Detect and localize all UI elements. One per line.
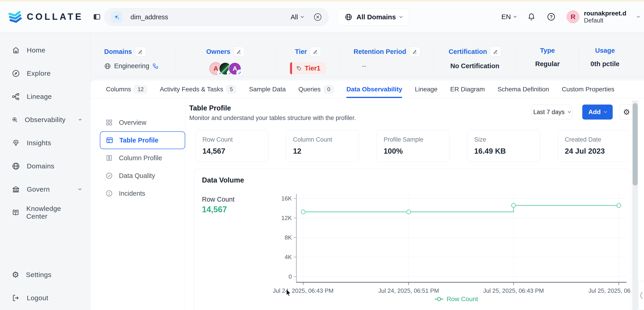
profiler-settings-button[interactable]: ⚙ [619,105,634,119]
time-range-dropdown[interactable]: Last 7 days [532,105,572,119]
user-workspace: Default [584,17,626,24]
notifications-bell-icon[interactable] [527,13,536,21]
data-volume-chart: 04K8K12K16KJul 24, 2025, 06:43 PMJul 24,… [194,189,631,310]
profile-stats-row: Row Count14,567Column Count12Profile Sam… [196,130,631,162]
subnav-item-incidents[interactable]: Incidents [100,185,185,202]
edit-domains-button[interactable] [135,47,146,56]
domain-filter-dropdown[interactable]: All Domains [338,9,409,26]
meta-tier: Tier Tier1 [276,43,340,76]
edit-owners-button[interactable] [234,47,244,56]
svg-text:4K: 4K [284,254,292,260]
tab-count-badge: 5 [226,85,236,93]
edit-retention-button[interactable] [409,47,420,56]
meta-domains: Domains Engineering [104,43,175,76]
subnav-item-column-profile[interactable]: Column Profile [100,149,185,167]
sidebar-item-lineage[interactable]: Lineage [0,85,90,108]
retention-label: Retention Period [354,48,406,55]
global-search[interactable]: dim_address All [104,8,328,26]
tab-queries[interactable]: Queries0 [298,80,334,98]
svg-text:Jul 25, 2025, 06:43 PM: Jul 25, 2025, 06:43 PM [483,287,544,294]
chevron-down-icon[interactable] [637,15,640,18]
sidebar-item-home[interactable]: Home [0,39,90,62]
meta-usage: Usage 0th pctile [579,43,631,76]
owner-avatar[interactable]: A [228,62,241,75]
stat-card-profile-sample: Profile Sample100% [377,130,450,162]
chevron-down-icon [79,118,82,121]
domain-value[interactable]: Engineering [114,62,149,70]
tab-schema-definition[interactable]: Schema Definition [498,80,549,98]
sidebar-item-logout[interactable]: Logout [0,286,90,309]
owners-label: Owners [206,48,230,55]
tab-activity-feeds-tasks[interactable]: Activity Feeds & Tasks5 [160,80,236,98]
globe-icon [104,63,111,70]
sidebar-item-observability[interactable]: Observability [0,108,90,131]
chevron-down-icon [568,110,571,113]
sidebar-item-explore[interactable]: Explore [0,62,90,85]
tab-sample-data[interactable]: Sample Data [249,80,286,98]
type-label: Type [540,47,555,54]
tab-lineage[interactable]: Lineage [415,80,438,98]
page-subtitle: Monitor and understand your tables struc… [189,114,356,122]
sidebar-item-knowledge-center[interactable]: Knowledge Center [0,201,90,224]
chevron-down-icon [78,187,82,190]
user-name: rounakpreet.d [584,10,626,17]
svg-text:Jul 24, 2025, 06:51 PM: Jul 24, 2025, 06:51 PM [378,287,439,294]
svg-text:Jul 25, 2025, 06:51 PM: Jul 25, 2025, 06:51 PM [588,287,631,294]
scrollbar-thumb[interactable] [633,103,638,186]
meta-type: Type Regular [516,43,579,76]
sidebar-item-settings[interactable]: ⚙ Settings [0,263,90,286]
add-button[interactable]: Add [582,105,613,119]
tag-icon [296,65,302,71]
tab-count-badge: 0 [324,85,334,93]
certification-label: Certification [448,48,487,55]
svg-text:12K: 12K [282,215,292,221]
tab-data-observability[interactable]: Data Observability [346,80,402,98]
subdomain-link-icon[interactable] [152,63,158,69]
tab-custom-properties[interactable]: Custom Properties [562,80,614,98]
meta-certification: Certification No Certification [434,43,516,76]
user-avatar: R [566,11,579,23]
sidebar-collapse-icon[interactable] [93,13,101,21]
tab-count-badge: 12 [134,85,147,93]
sidebar-item-domains[interactable]: Domains [0,154,90,178]
user-menu[interactable]: R rounakpreet.d Default [566,10,626,24]
chevron-down-icon [604,110,607,113]
domains-label: Domains [104,48,132,55]
retention-value: -- [362,62,366,70]
edit-certification-button[interactable] [490,47,501,56]
certification-value: No Certification [450,62,500,70]
topbar: COLLATE dim_address All All Domains [0,1,644,32]
tier-tag[interactable]: Tier1 [290,62,326,74]
svg-text:16K: 16K [282,195,292,202]
help-icon[interactable]: ? [547,12,556,21]
brand[interactable]: COLLATE [8,10,83,23]
brand-name: COLLATE [27,12,83,22]
chevron-down-icon [400,15,402,18]
stat-card-column-count: Column Count12 [286,130,359,162]
language-dropdown[interactable]: EN [502,13,516,21]
svg-text:0: 0 [289,273,292,280]
data-volume-card: Data Volume Row Count 14,567 04K8K12K16K… [194,169,631,310]
meta-divider [90,77,644,77]
gear-icon: ⚙ [12,271,19,279]
subnav-item-table-profile[interactable]: Table Profile [100,131,185,149]
tier-label: Tier [295,48,307,55]
subnav-item-overview[interactable]: Overview [100,114,185,131]
page-title: Table Profile [189,104,231,112]
search-clear-icon[interactable] [314,13,322,21]
tab-er-diagram[interactable]: ER Diagram [450,80,485,98]
owner-link-icon [236,70,243,76]
search-scope-dropdown[interactable]: All [291,14,304,21]
entity-meta-row: Domains Engineering Owners A [90,43,644,76]
meta-retention: Retention Period -- [340,43,434,76]
edit-tier-button[interactable] [310,47,321,56]
sidebar-item-insights[interactable]: Insights [0,131,90,154]
subnav-item-data-quality[interactable]: Data Quality [100,167,185,185]
sidebar-item-govern[interactable]: Govern [0,178,90,201]
search-input[interactable]: dim_address [130,14,291,21]
gear-icon: ⚙ [623,107,630,117]
floating-widget-cutoff[interactable] [638,281,644,310]
svg-text:Jul 24, 2025, 06:43 PM: Jul 24, 2025, 06:43 PM [273,287,333,294]
legend-row-count[interactable]: Row Count [435,295,478,302]
tab-columns[interactable]: Columns12 [106,80,147,98]
